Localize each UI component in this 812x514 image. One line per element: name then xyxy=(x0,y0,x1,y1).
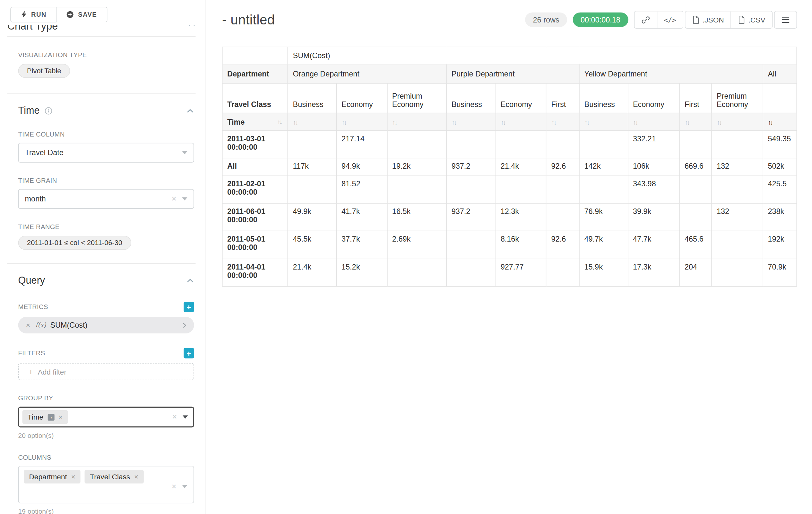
remove-metric-icon[interactable] xyxy=(26,322,30,329)
pivot-value-cell: 937.2 xyxy=(446,158,496,176)
chevron-right-icon[interactable] xyxy=(181,322,188,328)
hamburger-menu-icon xyxy=(782,16,790,23)
sort-icon[interactable]: ↑↓ xyxy=(685,118,691,126)
sort-icon[interactable]: ↑↓ xyxy=(392,118,398,126)
chart-title[interactable]: - untitled xyxy=(222,11,275,28)
time-range-chip[interactable]: 2011-01-01 ≤ col < 2011-06-30 xyxy=(18,236,131,250)
pivot-value-cell xyxy=(446,231,496,259)
pivot-class-header: Premium Economy xyxy=(387,83,446,113)
pivot-value-cell: 70.9k xyxy=(763,259,796,287)
chip-label: Travel Class xyxy=(90,472,130,481)
sort-icon[interactable]: ↑↓ xyxy=(501,118,507,126)
columns-chip-travel-class[interactable]: Travel Class xyxy=(85,470,143,484)
plus-circle-icon xyxy=(67,11,74,18)
pivot-value-cell: 937.2 xyxy=(446,204,496,231)
pivot-value-cell: 465.6 xyxy=(680,231,712,259)
pivot-value-cell: 2.69k xyxy=(387,231,446,259)
sort-icon[interactable]: ↑↓ xyxy=(293,118,299,126)
pivot-value-cell: 15.2k xyxy=(337,259,387,287)
export-json-button[interactable]: .JSON xyxy=(686,11,731,28)
clear-icon[interactable] xyxy=(172,195,176,203)
divider xyxy=(7,36,196,37)
control-panel: RUN SAVE Chart Type VISUALIZATION TYPE P… xyxy=(0,0,205,514)
viz-type-chip[interactable]: Pivot Table xyxy=(18,64,70,78)
run-button-label: RUN xyxy=(31,11,47,18)
pivot-row-label: 2011-03-01 00:00:00 xyxy=(223,131,288,158)
group-by-select[interactable]: Time xyxy=(18,407,194,428)
pivot-value-cell xyxy=(712,131,763,158)
chevron-up-icon[interactable] xyxy=(186,277,194,284)
info-icon xyxy=(44,107,52,114)
time-section-title: Time xyxy=(18,105,40,117)
pivot-value-cell: 17.3k xyxy=(628,259,680,287)
pivot-value-cell xyxy=(496,176,546,204)
time-column-select[interactable]: Travel Date xyxy=(18,143,194,163)
link-icon xyxy=(641,16,649,24)
pivot-sort-header: ↑↓ xyxy=(288,113,336,131)
pivot-value-cell: 332.21 xyxy=(628,131,680,158)
pivot-value-cell xyxy=(446,176,496,204)
pivot-class-header: Economy xyxy=(628,83,680,113)
export-csv-button[interactable]: .CSV xyxy=(731,11,772,28)
pivot-value-cell: 238k xyxy=(763,204,796,231)
more-options-button[interactable] xyxy=(775,11,796,28)
remove-chip-icon[interactable] xyxy=(134,473,138,481)
lightning-icon xyxy=(21,11,27,18)
pivot-value-cell xyxy=(712,259,763,287)
chart-type-section-clipped: Chart Type xyxy=(7,25,196,32)
metric-chip[interactable]: f(x) SUM(Cost) xyxy=(18,317,194,333)
pivot-sort-header: ↑↓ xyxy=(546,113,579,131)
chevron-up-icon[interactable] xyxy=(188,25,196,32)
sort-icon[interactable]: ↑↓ xyxy=(342,118,348,126)
group-by-chip-time[interactable]: Time xyxy=(23,410,68,424)
divider xyxy=(7,93,196,94)
clear-icon[interactable] xyxy=(172,483,176,491)
pivot-value-cell: 549.35 xyxy=(763,131,796,158)
columns-select[interactable]: Department Travel Class xyxy=(18,466,194,503)
pivot-value-cell: 142k xyxy=(579,158,628,176)
pivot-value-cell: 192k xyxy=(763,231,796,259)
pivot-row-dimension-header: Time↑↓ xyxy=(223,113,288,131)
pivot-value-cell: 117k xyxy=(288,158,336,176)
pivot-value-cell xyxy=(680,131,712,158)
pivot-value-cell xyxy=(496,131,546,158)
pivot-value-cell: 39.9k xyxy=(628,204,680,231)
add-metric-button[interactable] xyxy=(183,302,194,312)
pivot-sort-header: ↑↓ xyxy=(628,113,680,131)
sort-icon[interactable]: ↑↓ xyxy=(584,118,590,126)
pivot-value-cell xyxy=(446,131,496,158)
pivot-value-cell: 15.9k xyxy=(579,259,628,287)
pivot-value-cell xyxy=(546,176,579,204)
caret-down-icon xyxy=(182,151,187,154)
add-filter-plus-button[interactable] xyxy=(183,348,194,358)
remove-chip-icon[interactable] xyxy=(71,473,76,481)
remove-chip-icon[interactable] xyxy=(58,413,63,421)
pivot-department-header: All xyxy=(763,64,796,83)
group-by-label: GROUP BY xyxy=(18,395,194,402)
columns-chip-department[interactable]: Department xyxy=(24,470,81,484)
pivot-sort-header: ↑↓ xyxy=(763,113,796,131)
sort-desc-icon[interactable]: ↑↓ xyxy=(768,118,774,126)
sort-icon[interactable]: ↑↓ xyxy=(452,118,458,126)
clear-icon[interactable] xyxy=(172,413,177,421)
sort-icon[interactable]: ↑↓ xyxy=(717,118,723,126)
save-button[interactable]: SAVE xyxy=(57,7,107,22)
pivot-value-cell xyxy=(712,176,763,204)
sort-icon[interactable]: ↑↓ xyxy=(277,118,283,126)
embed-code-button[interactable]: </> xyxy=(657,11,683,28)
add-filter-button[interactable]: Add filter xyxy=(18,363,194,380)
time-section-header[interactable]: Time xyxy=(18,105,194,117)
sort-icon[interactable]: ↑↓ xyxy=(551,118,557,126)
copy-link-button[interactable] xyxy=(634,11,657,28)
run-button[interactable]: RUN xyxy=(10,7,57,22)
pivot-row-label: 2011-02-01 00:00:00 xyxy=(223,176,288,204)
pivot-value-cell: 76.9k xyxy=(579,204,628,231)
time-grain-select[interactable]: month xyxy=(18,189,194,209)
chevron-up-icon[interactable] xyxy=(186,107,194,114)
pivot-class-header: First xyxy=(546,83,579,113)
pivot-value-cell xyxy=(680,204,712,231)
pivot-value-cell: 16.5k xyxy=(387,204,446,231)
pivot-department-header: Orange Department xyxy=(288,64,446,83)
query-section-header[interactable]: Query xyxy=(18,275,194,286)
sort-icon[interactable]: ↑↓ xyxy=(633,118,639,126)
